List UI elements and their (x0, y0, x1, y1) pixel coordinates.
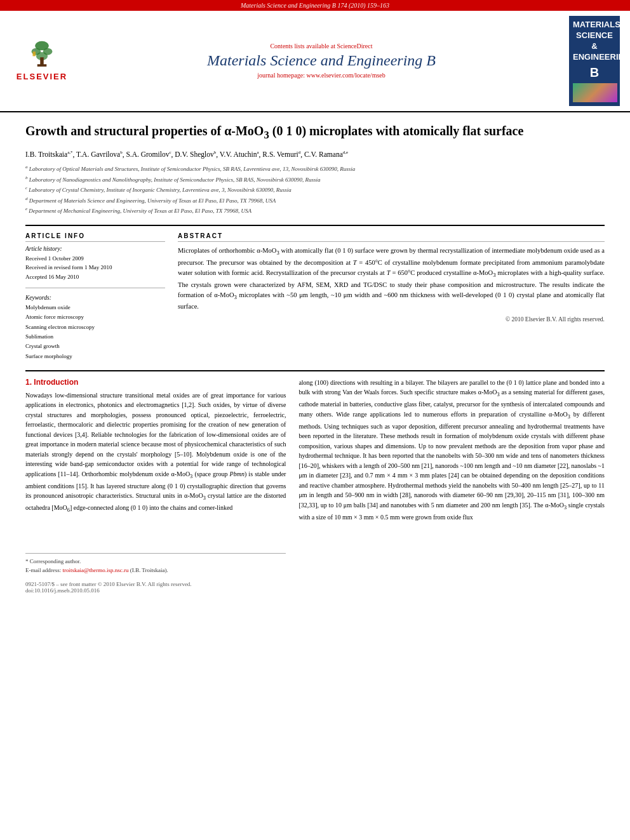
body-top-divider (25, 370, 605, 371)
paper-content: Growth and structural properties of α-Mo… (0, 112, 630, 604)
homepage-link[interactable]: www.elsevier.com/locate/mseb (306, 72, 385, 79)
info-divider (25, 288, 165, 288)
svg-rect-4 (40, 58, 43, 66)
intro-right-text: along (100) directions with resulting in… (298, 378, 605, 522)
sciencedirect-notice: Contents lists available at ScienceDirec… (80, 43, 563, 50)
elsevier-logo: ELSEVIER (10, 40, 74, 81)
journal-center-header: Contents lists available at ScienceDirec… (80, 43, 563, 79)
keyword-4: Sublimation (25, 332, 165, 342)
journal-brand-box: MATERIALSSCIENCE &ENGINEERING B (569, 16, 620, 106)
elsevier-brand-text: ELSEVIER (17, 72, 67, 81)
affiliation-b: b Laboratory of Nanodiagnostics and Nano… (25, 175, 605, 185)
paper-title: Growth and structural properties of α-Mo… (25, 123, 605, 142)
journal-title: Materials Science and Engineering B (80, 52, 563, 69)
authors-line: I.B. Troitskaiaa,*, T.A. Gavrilovab, S.A… (25, 149, 605, 160)
article-info-abstract-row: ARTICLE INFO Article history: Received 1… (25, 232, 605, 361)
article-history-title: Article history: (25, 246, 165, 252)
footnote-email: E-mail address: troitskaia@thermo.isp.ns… (25, 566, 286, 575)
article-info-heading: ARTICLE INFO (25, 232, 165, 242)
email-link[interactable]: troitskaia@thermo.isp.nsc.ru (62, 567, 128, 573)
keywords-heading: Keywords: (25, 295, 165, 301)
journal-brand-letters: MATERIALSSCIENCE &ENGINEERING (573, 20, 616, 63)
header-divider (25, 225, 605, 226)
keyword-6: Surface morphology (25, 352, 165, 361)
body-left-column: 1. Introduction Nowadays low-dimensional… (25, 378, 286, 594)
journal-homepage: journal homepage: www.elsevier.com/locat… (80, 72, 563, 79)
keyword-3: Scanning electron microscopy (25, 323, 165, 332)
keywords-list: Molybdenum oxide Atomic force microscopy… (25, 303, 165, 361)
svg-rect-5 (37, 64, 47, 67)
abstract-heading: ABSTRACT (178, 232, 605, 242)
received-date: Received 1 October 2009 (25, 254, 165, 263)
abstract-text: Microplates of orthorhombic α-MoO3 with … (178, 246, 605, 312)
keyword-1: Molybdenum oxide (25, 303, 165, 312)
revised-date: Received in revised form 1 May 2010 (25, 263, 165, 272)
journal-citation-text: Materials Science and Engineering B 174 … (241, 2, 389, 9)
license-doi-block: 0921-5107/$ – see front matter © 2010 El… (25, 581, 286, 594)
journal-citation-bar: Materials Science and Engineering B 174 … (0, 0, 630, 11)
abstract-panel: ABSTRACT Microplates of orthorhombic α-M… (178, 232, 605, 361)
keyword-5: Crystal growth (25, 342, 165, 351)
article-history-dates: Received 1 October 2009 Received in revi… (25, 254, 165, 281)
svg-rect-6 (32, 51, 36, 56)
affiliation-c: c Laboratory of Crystal Chemistry, Insti… (25, 185, 605, 195)
accepted-date: Accepted 16 May 2010 (25, 272, 165, 281)
affiliation-e: e Department of Mechanical Engineering, … (25, 206, 605, 216)
sciencedirect-link-text[interactable]: ScienceDirect (337, 43, 372, 50)
affiliation-a: a Laboratory of Optical Materials and St… (25, 164, 605, 174)
footnote-corresponding: * Corresponding author. (25, 557, 286, 566)
article-info-panel: ARTICLE INFO Article history: Received 1… (25, 232, 165, 361)
journal-logo-right: MATERIALSSCIENCE &ENGINEERING B (569, 16, 620, 106)
license-text: 0921-5107/$ – see front matter © 2010 El… (25, 581, 286, 587)
footnote-divider (25, 553, 286, 554)
elsevier-tree-icon (23, 40, 61, 72)
keyword-2: Atomic force microscopy (25, 312, 165, 322)
journal-decorative-image (573, 83, 617, 102)
intro-section-title: 1. Introduction (25, 378, 286, 387)
body-columns: 1. Introduction Nowadays low-dimensional… (25, 378, 605, 594)
footnote-area: * Corresponding author. E-mail address: … (25, 553, 286, 594)
affiliations-block: a Laboratory of Optical Materials and St… (25, 164, 605, 216)
journal-header: ELSEVIER Contents lists available at Sci… (0, 11, 630, 112)
copyright-notice: © 2010 Elsevier B.V. All rights reserved… (178, 316, 605, 323)
affiliation-d: d Department of Materials Science and En… (25, 196, 605, 206)
body-right-column: along (100) directions with resulting in… (298, 378, 605, 594)
doi-text: doi:10.1016/j.mseb.2010.05.016 (25, 587, 286, 594)
journal-brand-letter-b: B (573, 64, 616, 81)
intro-left-text: Nowadays low-dimensional structure trans… (25, 390, 286, 515)
